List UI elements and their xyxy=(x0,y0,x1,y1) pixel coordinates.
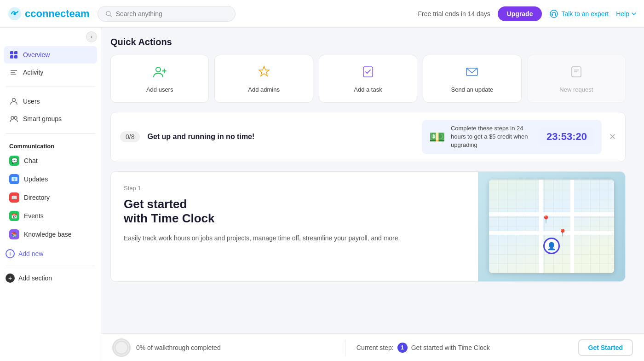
sidebar-item-directory-label: Directory xyxy=(24,194,50,201)
collapse-button[interactable]: ‹ xyxy=(86,31,97,42)
help-button[interactable]: Help xyxy=(616,10,637,17)
add-users-icon xyxy=(152,64,167,82)
current-step-label: Current step: xyxy=(356,344,394,351)
header: cconnecteam Free trial ends in 14 days U… xyxy=(0,0,644,28)
add-admins-icon xyxy=(257,64,271,82)
sidebar-item-users-label: Users xyxy=(23,98,40,105)
bottom-divider xyxy=(345,339,345,356)
communication-label: Communication xyxy=(4,139,97,151)
sidebar-divider-2 xyxy=(6,133,95,134)
sidebar-item-activity-label: Activity xyxy=(23,69,43,76)
svg-rect-10 xyxy=(14,55,17,58)
sidebar-divider-3 xyxy=(6,266,95,266)
search-input[interactable] xyxy=(116,10,228,17)
svg-rect-9 xyxy=(10,55,13,58)
logo: cconnecteam xyxy=(7,6,90,21)
progress-circle xyxy=(112,338,131,357)
progress-banner: 0/8 Get up and running in no time! 💵 Com… xyxy=(110,112,626,162)
main-content: Quick Actions Add users xyxy=(101,28,644,361)
sidebar-item-smart-groups-label: Smart groups xyxy=(23,115,62,122)
action-add-task[interactable]: Add a task xyxy=(319,55,417,103)
svg-rect-5 xyxy=(552,14,553,16)
svg-point-1 xyxy=(13,12,16,15)
send-update-label: Send an update xyxy=(451,86,493,93)
progress-badge: 0/8 xyxy=(120,131,140,142)
progress-ring xyxy=(114,340,129,355)
svg-rect-7 xyxy=(10,51,13,54)
users-icon xyxy=(9,97,18,106)
sidebar-item-events-label: Events xyxy=(24,212,44,220)
svg-point-17 xyxy=(156,67,161,72)
sidebar-item-events[interactable]: 📅 Events xyxy=(4,207,97,225)
new-request-icon xyxy=(569,64,584,82)
bottom-bar: 0% of walkthrough completed Current step… xyxy=(101,333,644,361)
search-bar[interactable] xyxy=(98,6,236,22)
sidebar: ‹ Overview xyxy=(0,28,101,361)
directory-icon: 📖 xyxy=(9,192,19,203)
sidebar-item-users[interactable]: Users xyxy=(4,93,97,110)
add-section-label: Add section xyxy=(18,274,52,282)
step-image: ‹ Hours so far on Sun, Sep 29: $18 pm 📍 xyxy=(478,172,625,281)
add-new-plus-icon: + xyxy=(6,249,15,258)
quick-actions-title: Quick Actions xyxy=(110,37,626,47)
map-road-horizontal-2 xyxy=(489,231,614,235)
map-background: 📍 📍 👤 xyxy=(489,180,614,273)
updates-icon: 📧 xyxy=(9,174,19,184)
action-add-users[interactable]: Add users xyxy=(110,55,209,103)
svg-point-4 xyxy=(550,10,558,17)
sidebar-item-overview[interactable]: Overview xyxy=(4,46,97,64)
action-new-request[interactable]: New request xyxy=(527,55,626,103)
logo-text: cconnecteam xyxy=(25,8,90,20)
sidebar-divider-1 xyxy=(6,87,95,87)
add-section-icon: + xyxy=(6,274,15,283)
map-road-vertical-1 xyxy=(539,180,543,273)
sidebar-item-directory[interactable]: 📖 Directory xyxy=(4,188,97,207)
sidebar-section-main: Overview Activity xyxy=(0,44,101,83)
map-grid xyxy=(489,180,614,273)
chat-icon: 💬 xyxy=(9,156,19,166)
svg-rect-8 xyxy=(14,51,17,54)
sidebar-collapse: ‹ xyxy=(0,28,101,44)
sidebar-item-chat-label: Chat xyxy=(24,157,38,164)
countdown-timer: 23:53:20 xyxy=(539,127,594,146)
step-content: Step 1 Get started with Time Clock Easil… xyxy=(111,172,478,281)
add-task-label: Add a task xyxy=(354,86,382,93)
sidebar-item-knowledge-base[interactable]: 📚 Knowledge base xyxy=(4,225,97,244)
add-new-button[interactable]: + Add new xyxy=(0,245,101,262)
talk-expert-button[interactable]: Talk to an expert xyxy=(549,9,609,18)
map-overlay: ‹ Hours so far on Sun, Sep 29: $18 pm 📍 xyxy=(489,180,614,273)
get-started-button[interactable]: Get Started xyxy=(578,339,633,356)
svg-line-3 xyxy=(110,15,112,17)
add-task-icon xyxy=(361,64,375,82)
progress-text: Get up and running in no time! xyxy=(147,133,414,141)
sidebar-item-knowledge-base-label: Knowledge base xyxy=(24,231,72,238)
action-add-admins[interactable]: Add admins xyxy=(214,55,313,103)
sidebar-item-smart-groups[interactable]: Smart groups xyxy=(4,110,97,128)
headset-icon xyxy=(549,9,558,18)
events-icon: 📅 xyxy=(9,211,19,221)
current-step-name: Get started with Time Clock xyxy=(411,344,490,351)
svg-point-15 xyxy=(11,116,14,119)
map-pin-2: 📍 xyxy=(558,228,567,237)
step-description: Easily track work hours on jobs and proj… xyxy=(124,233,465,243)
sidebar-item-activity[interactable]: Activity xyxy=(4,64,97,81)
chevron-down-icon xyxy=(631,11,637,17)
action-send-update[interactable]: Send an update xyxy=(423,55,521,103)
sidebar-item-updates[interactable]: 📧 Updates xyxy=(4,170,97,188)
add-section-button[interactable]: + Add section xyxy=(0,270,101,286)
sidebar-item-overview-label: Overview xyxy=(23,51,50,58)
step-title: Get started with Time Clock xyxy=(124,197,465,226)
search-icon xyxy=(105,10,112,17)
svg-point-14 xyxy=(12,99,16,102)
credit-text: Complete these steps in 24 hours to get … xyxy=(451,124,534,150)
sidebar-section-communication: Communication 💬 Chat 📧 Updates 📖 Directo… xyxy=(0,137,101,245)
smart-groups-icon xyxy=(9,114,18,123)
map-mockup: ‹ Hours so far on Sun, Sep 29: $18 pm 📍 xyxy=(478,172,625,281)
add-users-label: Add users xyxy=(146,86,173,93)
user-avatar-pin: 👤 xyxy=(543,238,560,254)
upgrade-button[interactable]: Upgrade xyxy=(498,6,542,21)
sidebar-item-chat[interactable]: 💬 Chat xyxy=(4,151,97,170)
step-card: Step 1 Get started with Time Clock Easil… xyxy=(110,171,626,282)
new-request-label: New request xyxy=(559,86,593,93)
close-button[interactable]: ✕ xyxy=(609,132,616,142)
